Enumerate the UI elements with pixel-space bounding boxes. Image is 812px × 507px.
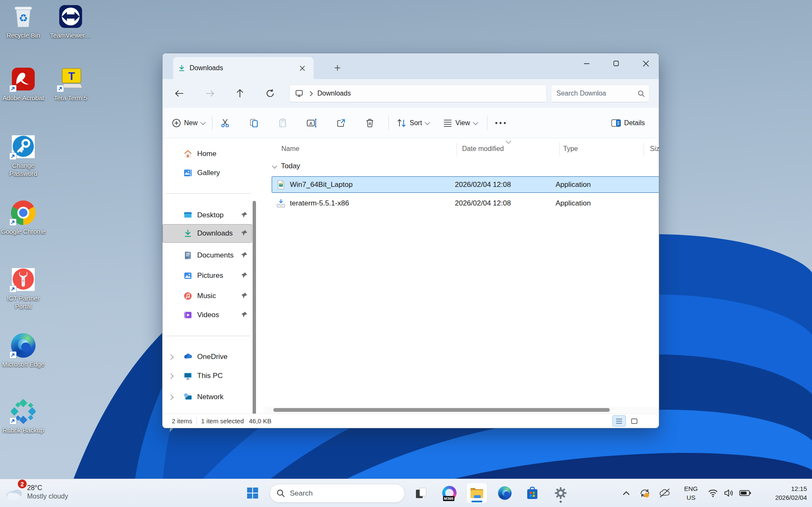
show-hidden-icons-button[interactable]	[618, 485, 634, 501]
refresh-button[interactable]	[262, 85, 279, 102]
sidebar-scrollbar-thumb[interactable]	[253, 201, 256, 428]
tab-close-button[interactable]	[296, 62, 308, 74]
desktop-icon-teamviewer[interactable]: TeamViewer…	[47, 4, 94, 39]
cut-button[interactable]	[216, 114, 234, 132]
minimize-button[interactable]	[577, 54, 596, 73]
file-row-win7[interactable]: Win7_64Bit_Laptop 2026/02/04 12:08 Appli…	[272, 176, 659, 193]
column-header-name[interactable]: Name	[281, 145, 300, 153]
column-divider[interactable]	[457, 143, 457, 156]
rename-button[interactable]: A	[302, 114, 322, 132]
sidebar-item-label: Documents	[197, 251, 241, 260]
sidebar-item-gallery[interactable]: Gallery	[162, 164, 252, 182]
sidebar-item-desktop[interactable]: Desktop	[162, 206, 252, 225]
column-header-type[interactable]: Type	[563, 145, 578, 153]
large-icons-view-toggle[interactable]	[628, 415, 641, 427]
microsoft-store-button[interactable]	[522, 483, 542, 503]
desktop-icon-ict-partner-portal[interactable]: ICT Partner Portal	[0, 267, 47, 310]
expand-chevron-icon[interactable]	[168, 354, 173, 360]
sidebar-item-this-pc[interactable]: This PC	[162, 367, 252, 385]
copy-button[interactable]	[245, 114, 263, 132]
column-header-size[interactable]: Size	[650, 145, 659, 153]
desktop-icon-adobe-acrobat[interactable]: Adobe Acrobat	[0, 67, 47, 102]
horizontal-scrollbar-thumb[interactable]	[273, 408, 610, 412]
tab-downloads[interactable]: Downloads	[173, 57, 314, 79]
desktop-icon-change-password[interactable]: Change Password	[0, 134, 47, 178]
column-divider[interactable]	[644, 143, 644, 156]
file-row-teraterm[interactable]: teraterm-5.5.1-x86 2026/02/04 12:08 Appl…	[272, 195, 659, 211]
desktop-icon-label: ICT Partner Portal	[0, 294, 47, 310]
desktop-icon-tera-term[interactable]: T Tera Term 5	[47, 67, 94, 102]
close-button[interactable]	[636, 54, 655, 73]
edge-taskbar-button[interactable]	[495, 483, 515, 503]
expand-chevron-icon[interactable]	[168, 373, 173, 379]
clock[interactable]: 12:15 2026/02/04	[775, 484, 807, 502]
settings-taskbar-button[interactable]	[551, 483, 571, 503]
svg-text:A: A	[309, 121, 313, 126]
back-button[interactable]	[171, 85, 188, 102]
sidebar-item-downloads[interactable]: Downloads	[162, 224, 252, 243]
share-button[interactable]	[332, 114, 350, 132]
desktop-icon-microsoft-edge[interactable]: Microsoft Edge	[0, 333, 47, 368]
search-input[interactable]	[556, 90, 638, 97]
desktop-icon-google-chrome[interactable]: Google Chrome	[0, 200, 47, 236]
volume-icon[interactable]	[721, 485, 737, 501]
search-box[interactable]	[551, 85, 650, 102]
maximize-button[interactable]	[606, 54, 626, 73]
start-button[interactable]	[242, 483, 263, 503]
breadcrumb-location[interactable]: Downloads	[317, 90, 351, 97]
sidebar-item-music[interactable]: Music	[162, 287, 252, 305]
horizontal-scrollbar[interactable]	[264, 407, 659, 413]
new-tab-button[interactable]	[330, 60, 345, 75]
forward-button[interactable]	[201, 85, 218, 102]
sort-button[interactable]: Sort	[392, 114, 433, 132]
sidebar-item-label: Network	[197, 393, 252, 401]
sidebar-item-pictures[interactable]: Pictures	[162, 266, 252, 285]
pin-icon[interactable]	[241, 292, 248, 300]
paste-button[interactable]	[273, 114, 292, 132]
sync-pending-icon[interactable]	[637, 485, 653, 501]
battery-icon[interactable]	[737, 485, 753, 501]
collapse-chevron-icon[interactable]	[272, 163, 278, 168]
wifi-icon[interactable]	[705, 485, 721, 501]
language-indicator[interactable]: ENG US	[681, 484, 701, 502]
details-view-toggle[interactable]	[612, 415, 626, 427]
weather-widget[interactable]: 2 28°C Mostly cloudy	[4, 482, 68, 502]
taskbar-search-box[interactable]	[270, 484, 405, 503]
file-explorer-taskbar-button[interactable]	[467, 483, 487, 503]
new-button[interactable]: New	[168, 114, 209, 132]
sidebar-item-network[interactable]: Network	[162, 388, 252, 406]
home-icon	[183, 149, 193, 159]
pin-icon[interactable]	[241, 230, 248, 238]
shortcut-arrow-icon	[9, 417, 17, 425]
pin-icon[interactable]	[241, 272, 248, 280]
date: 2026/02/04	[775, 493, 807, 502]
up-button[interactable]	[231, 85, 248, 102]
teamviewer-icon	[58, 4, 83, 29]
expand-chevron-icon[interactable]	[168, 395, 173, 400]
column-header-date-modified[interactable]: Date modified	[462, 145, 504, 153]
view-button[interactable]: View	[439, 114, 481, 132]
more-options-button[interactable]	[491, 114, 510, 132]
pin-icon[interactable]	[241, 211, 248, 219]
group-header-today[interactable]: Today	[272, 162, 300, 170]
desktop-icon-recycle-bin[interactable]: ♻ Recycle Bin	[0, 4, 47, 39]
onedrive-paused-icon[interactable]	[657, 485, 673, 501]
details-button[interactable]: Details	[607, 114, 652, 132]
search-icon[interactable]	[638, 90, 645, 97]
delete-button[interactable]	[361, 114, 379, 132]
m365-copilot-button[interactable]: M365	[439, 483, 460, 503]
pin-icon[interactable]	[241, 252, 248, 260]
sidebar-item-onedrive[interactable]: OneDrive	[162, 348, 252, 366]
sidebar-item-videos[interactable]: Videos	[162, 306, 252, 324]
desktop-icon-rubrik-backup[interactable]: Rubrik Backup	[0, 399, 47, 434]
sidebar-item-home[interactable]: Home	[162, 145, 252, 163]
pin-icon[interactable]	[241, 311, 248, 319]
documents-icon	[183, 251, 193, 260]
address-bar[interactable]: Downloads	[289, 85, 547, 102]
ict-partner-portal-icon	[11, 267, 36, 292]
sidebar-item-label: Videos	[197, 311, 241, 319]
sidebar-item-documents[interactable]: Documents	[162, 246, 252, 265]
task-view-button[interactable]	[411, 483, 431, 503]
taskbar-search-input[interactable]	[290, 489, 398, 498]
column-divider[interactable]	[559, 143, 560, 156]
